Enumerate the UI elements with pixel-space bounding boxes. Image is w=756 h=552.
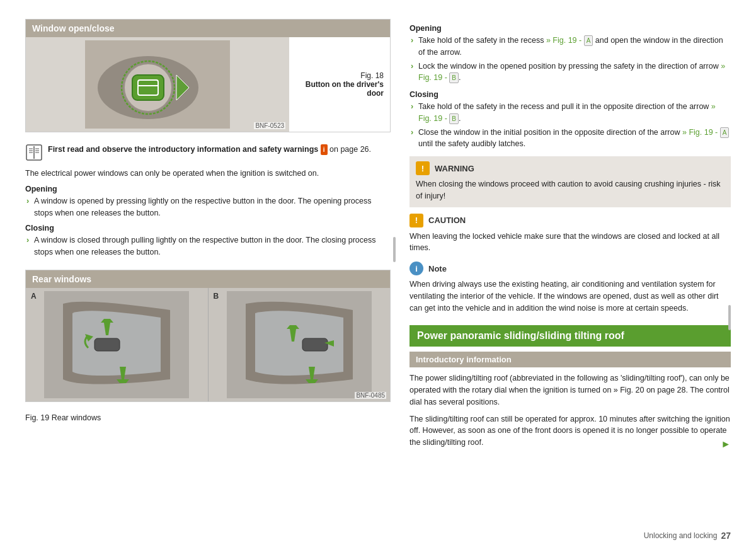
warning-box: ! WARNING When closing the windows proce… (410, 156, 731, 207)
right-opening-section: Opening Take hold of the safety in the r… (410, 24, 731, 84)
right-closing-title: Closing (410, 90, 731, 99)
note-badge: i (410, 262, 423, 275)
rear-bnf: BNF-0485 (355, 392, 386, 399)
left-closing-bullet: A window is closed through pulling light… (25, 234, 391, 258)
window-figure-svg (85, 40, 230, 129)
caution-badge: ! (410, 214, 423, 227)
right-closing-bullet-2: Close the window in the initial position… (410, 127, 731, 151)
caution-header: ! CAUTION (410, 214, 731, 227)
rear-figure-a-svg (44, 291, 189, 398)
left-opening-title: Opening (25, 185, 391, 193)
rear-figure: A (26, 288, 390, 401)
window-bnf: BNF-0523 (254, 122, 285, 129)
rear-figure-a: A (26, 288, 209, 401)
rear-section: Rear windows A (25, 270, 391, 402)
caution-title: CAUTION (428, 216, 466, 225)
rear-section-header: Rear windows (26, 270, 390, 288)
svg-rect-3 (132, 75, 164, 100)
note-header: i Note (410, 262, 731, 275)
window-figure: BNF-0523 (26, 37, 289, 132)
warning-header: ! WARNING (416, 161, 724, 175)
fig18-num: Fig. 18 (295, 71, 384, 80)
safety-ref-badge: i (321, 144, 328, 155)
note-title: Note (428, 264, 447, 273)
left-opening-bullet: A window is opened by pressing lightly o… (25, 195, 391, 219)
rear-fig-caption: Fig. 19 Rear windows (25, 413, 391, 422)
note-text: When driving always use the existing hea… (410, 279, 731, 314)
svg-rect-25 (302, 338, 328, 351)
safety-text: First read and observe the introductory … (48, 144, 371, 156)
warning-title: WARNING (435, 164, 474, 173)
power-para1: The power sliding/tilting roof (abbrevia… (410, 372, 731, 408)
caution-section: ! CAUTION When leaving the locked vehicl… (410, 214, 731, 255)
rear-label-a: A (31, 292, 37, 301)
rear-figure-b: B (209, 288, 391, 401)
power-section: Power panoramic sliding/sliding tilting … (410, 325, 731, 449)
warning-badge: ! (416, 161, 430, 175)
left-column: Window open/close (25, 19, 391, 454)
next-page-arrow: ► (721, 437, 731, 452)
intro-info-header: Introductory information (410, 352, 731, 367)
window-section: Window open/close (25, 19, 391, 132)
safety-note: First read and observe the introductory … (25, 144, 391, 161)
right-opening-title: Opening (410, 24, 731, 33)
window-section-header: Window open/close (26, 20, 390, 37)
book-icon (25, 144, 43, 161)
safety-page-text: on page 26. (329, 145, 371, 154)
rear-figure-b-svg (227, 291, 372, 398)
footer-page: 27 (721, 531, 731, 541)
right-closing-bullet-1: Take hold of the safety in the recess an… (410, 101, 731, 125)
safety-text-bold: First read and observe the introductory … (48, 145, 318, 154)
power-para2: The sliding/tilting roof can still be op… (410, 413, 731, 449)
right-closing-section: Closing Take hold of the safety in the r… (410, 90, 731, 150)
left-closing-title: Closing (25, 224, 391, 233)
footer-section: Unlocking and locking (644, 531, 718, 540)
safety-badge-inline: i (321, 145, 328, 154)
svg-rect-18 (94, 338, 120, 351)
right-column: Opening Take hold of the safety in the r… (410, 19, 731, 454)
page-footer: Unlocking and locking 27 (644, 531, 731, 541)
caution-text: When leaving the locked vehicle make sur… (410, 231, 731, 255)
window-body-text: The electrical power windows can only be… (25, 168, 391, 180)
power-section-header: Power panoramic sliding/sliding tilting … (410, 325, 731, 347)
note-section: i Note When driving always use the exist… (410, 262, 731, 314)
warning-text: When closing the windows proceed with ca… (416, 178, 724, 202)
right-opening-bullet-1: Take hold of the safety in the recess » … (410, 35, 731, 59)
rear-label-b: B (214, 292, 219, 301)
right-opening-bullet-2: Lock the window in the opened position b… (410, 60, 731, 84)
warning-content: ! WARNING When closing the windows proce… (416, 161, 724, 202)
fig18-title: Button on the driver's door (295, 80, 384, 98)
window-caption: Fig. 18 Button on the driver's door (289, 37, 390, 132)
